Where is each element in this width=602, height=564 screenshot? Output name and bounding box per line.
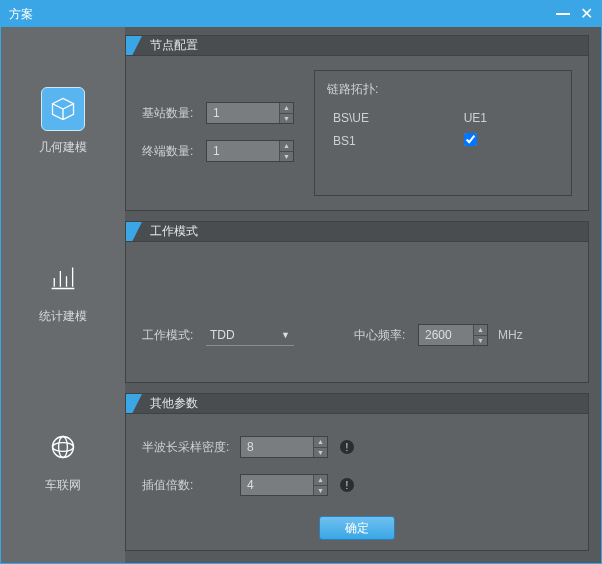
panel-accent xyxy=(126,394,142,413)
info-icon[interactable]: ! xyxy=(340,478,354,492)
topo-header-bsue: BS\UE xyxy=(329,108,458,128)
sidebar: 几何建模 统计建模 车联网 xyxy=(1,27,125,563)
spin-up[interactable]: ▲ xyxy=(313,437,327,448)
chevron-down-icon: ▼ xyxy=(281,330,290,340)
bs-count-label: 基站数量: xyxy=(142,105,200,122)
work-mode-value: TDD xyxy=(210,328,235,342)
topology-table: BS\UE UE1 BS1 xyxy=(327,106,559,154)
panel-accent xyxy=(126,222,142,241)
panel-node-config: 节点配置 基站数量: ▲▼ 终端数量: xyxy=(125,35,589,211)
spin-up[interactable]: ▲ xyxy=(279,103,293,114)
sidebar-item-geometry[interactable]: 几何建模 xyxy=(39,87,87,156)
svg-point-1 xyxy=(53,443,74,452)
freq-unit: MHz xyxy=(498,328,523,342)
density-label: 半波长采样密度: xyxy=(142,439,234,456)
ue-count-label: 终端数量: xyxy=(142,143,200,160)
topology-box: 链路拓扑: BS\UE UE1 BS1 xyxy=(314,70,572,196)
topology-title: 链路拓扑: xyxy=(327,81,559,98)
panel-other-params: 其他参数 半波长采样密度: ▲▼ ! 插值倍数: xyxy=(125,393,589,551)
spin-down[interactable]: ▼ xyxy=(279,114,293,124)
scheme-window: 方案 ✕ 几何建模 统计建模 车联网 xyxy=(0,0,602,564)
spin-down[interactable]: ▼ xyxy=(473,336,487,346)
panel-title: 其他参数 xyxy=(142,394,206,413)
svg-point-0 xyxy=(53,437,74,458)
topo-header-ue1: UE1 xyxy=(460,108,557,128)
minimize-icon[interactable] xyxy=(556,13,570,15)
interp-label: 插值倍数: xyxy=(142,477,234,494)
info-icon[interactable]: ! xyxy=(340,440,354,454)
title-bar: 方案 ✕ xyxy=(1,1,601,27)
panel-title: 工作模式 xyxy=(142,222,206,241)
close-icon[interactable]: ✕ xyxy=(580,6,593,22)
window-title: 方案 xyxy=(9,6,33,23)
work-mode-select[interactable]: TDD ▼ xyxy=(206,324,294,346)
ok-button[interactable]: 确定 xyxy=(319,516,395,540)
svg-point-2 xyxy=(59,437,68,458)
table-row: BS1 xyxy=(329,130,557,152)
sidebar-item-statistics[interactable]: 统计建模 xyxy=(39,256,87,325)
table-row: BS\UE UE1 xyxy=(329,108,557,128)
work-mode-label: 工作模式: xyxy=(142,327,200,344)
sidebar-item-label: 车联网 xyxy=(45,477,81,494)
sidebar-item-label: 几何建模 xyxy=(39,139,87,156)
center-freq-label: 中心频率: xyxy=(354,327,412,344)
topo-checkbox-bs1-ue1[interactable] xyxy=(464,133,477,146)
spin-down[interactable]: ▼ xyxy=(279,152,293,162)
sidebar-item-v2x[interactable]: 车联网 xyxy=(41,425,85,494)
spin-up[interactable]: ▲ xyxy=(279,141,293,152)
sidebar-item-label: 统计建模 xyxy=(39,308,87,325)
spin-up[interactable]: ▲ xyxy=(473,325,487,336)
spin-down[interactable]: ▼ xyxy=(313,448,327,458)
spin-up[interactable]: ▲ xyxy=(313,475,327,486)
bar-chart-icon xyxy=(41,256,85,300)
topo-row-bs1: BS1 xyxy=(329,130,458,152)
panel-work-mode: 工作模式 工作模式: TDD ▼ 中心频率: ▲▼ xyxy=(125,221,589,383)
panel-title: 节点配置 xyxy=(142,36,206,55)
spin-down[interactable]: ▼ xyxy=(313,486,327,496)
panel-accent xyxy=(126,36,142,55)
cube-icon xyxy=(41,87,85,131)
globe-icon xyxy=(41,425,85,469)
